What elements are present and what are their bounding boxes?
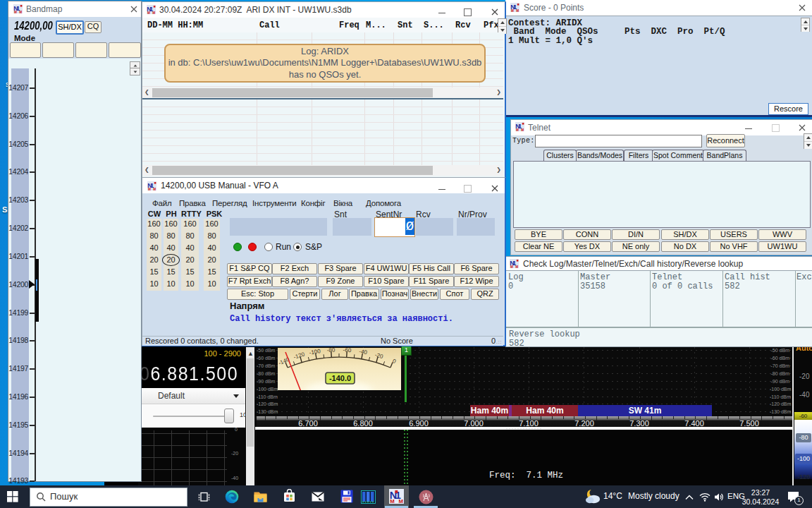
svg-text:-140.0: -140.0 — [329, 374, 351, 382]
svg-text:-80: -80 — [327, 348, 336, 353]
svg-text:-60: -60 — [343, 348, 352, 353]
